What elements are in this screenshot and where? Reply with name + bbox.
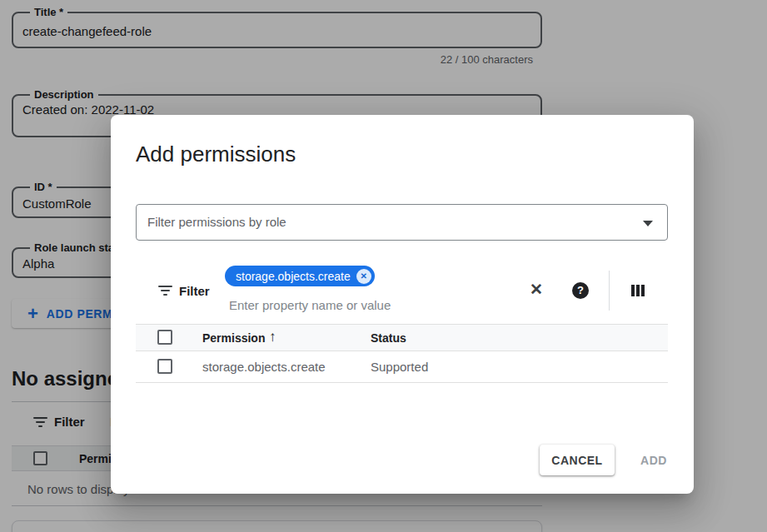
filter-by-role-dropdown[interactable]: Filter permissions by role [136, 204, 668, 241]
filter-by-role-dropdown-value: Filter permissions by role [147, 215, 286, 229]
row-checkbox[interactable] [157, 359, 172, 374]
add-permissions-dialog: Add permissions Filter permissions by ro… [111, 115, 694, 494]
modal-filter-input-placeholder[interactable]: Enter property name or value [229, 298, 391, 312]
select-all-checkbox[interactable] [157, 330, 172, 345]
dialog-title: Add permissions [136, 142, 296, 167]
permission-cell: storage.objects.create [202, 360, 326, 374]
status-column-header[interactable]: Status [371, 331, 406, 345]
clear-filters-icon[interactable]: ✕ [530, 281, 543, 299]
sort-ascending-icon[interactable]: ↑ [269, 329, 276, 346]
modal-table-header: Permission ↑ Status [136, 324, 668, 351]
add-button[interactable]: ADD [625, 445, 682, 475]
help-icon[interactable]: ? [572, 282, 589, 299]
permission-column-header[interactable]: Permission [202, 331, 265, 345]
filter-icon [158, 286, 172, 296]
column-display-options-icon[interactable] [631, 285, 645, 296]
chip-close-icon[interactable]: ✕ [356, 269, 371, 284]
cancel-button[interactable]: CANCEL [540, 445, 615, 475]
filter-chip-text: storage.objects.create [236, 270, 351, 283]
filter-chip-storage-objects-create[interactable]: storage.objects.create ✕ [225, 266, 375, 286]
modal-filter-label: Filter [179, 284, 210, 298]
toolbar-divider [609, 271, 610, 311]
status-cell: Supported [371, 360, 428, 374]
table-row[interactable]: storage.objects.create Supported [136, 351, 668, 383]
chevron-down-icon [643, 221, 653, 226]
